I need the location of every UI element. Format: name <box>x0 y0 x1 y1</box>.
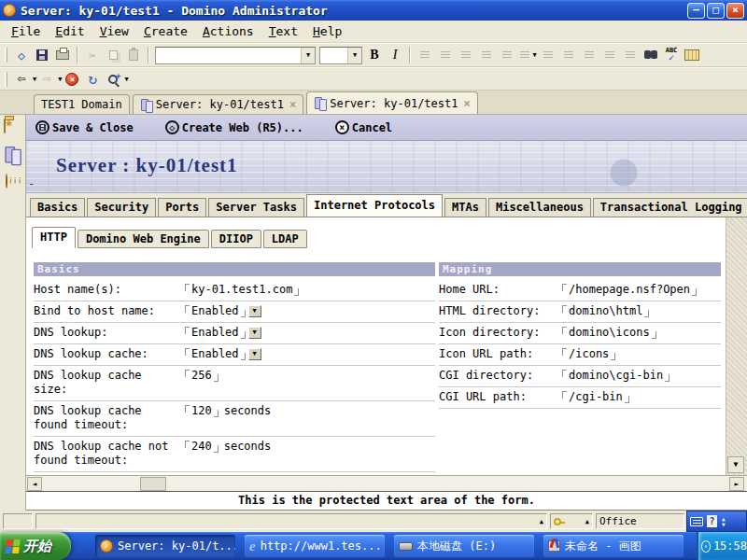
properties-icon[interactable]: ◇ <box>12 46 31 64</box>
back-icon[interactable]: ⇦ <box>12 70 31 89</box>
language-bar-options-icon[interactable]: ▲▼ <box>722 516 726 527</box>
forward-history-chevron-icon[interactable]: ▼ <box>58 76 62 83</box>
icon-url-path-field[interactable]: /icons <box>569 347 609 361</box>
groups-icon[interactable] <box>6 174 7 189</box>
bold-icon[interactable]: B <box>365 46 384 64</box>
tab-transactional-logging[interactable]: Transactional Logging <box>593 198 747 217</box>
tab-ldap[interactable]: LDAP <box>263 230 307 248</box>
tab-server-tasks[interactable]: Server Tasks <box>208 198 304 217</box>
import-icon[interactable] <box>621 46 640 64</box>
tab-miscellaneous[interactable]: Miscellaneous <box>488 198 591 217</box>
cache-not-found-timeout-field[interactable]: 240 <box>191 440 212 454</box>
tab-test1-domain[interactable]: TEST1 Domain <box>34 94 130 114</box>
cgi-url-path-field[interactable]: /cgi-bin <box>569 390 623 404</box>
tab-server-document-2[interactable]: Server: ky-01/test1 × <box>306 91 478 114</box>
search-icon[interactable]: + <box>104 70 122 89</box>
scroll-left-button[interactable]: ◄ <box>27 477 42 491</box>
bullet-list-icon[interactable] <box>477 46 496 64</box>
clock[interactable]: 15:58 <box>713 539 747 553</box>
menu-actions[interactable]: Actions <box>195 22 261 40</box>
menu-text[interactable]: Text <box>261 22 305 40</box>
menu-create[interactable]: Create <box>136 22 195 40</box>
cancel-button[interactable]: × Cancel <box>335 120 392 134</box>
favorites-folder-icon[interactable]: ★ <box>4 119 6 133</box>
security-status-box[interactable]: ▲ <box>550 513 593 529</box>
print-icon[interactable] <box>53 46 72 64</box>
search-options-chevron-icon[interactable]: ▼ <box>124 76 128 83</box>
toolbar-grip[interactable] <box>5 72 7 87</box>
save-icon[interactable] <box>33 46 51 64</box>
forward-icon[interactable]: ⇨ <box>37 70 56 89</box>
close-tab-icon[interactable]: × <box>289 98 296 111</box>
cut-icon[interactable]: ✂ <box>83 46 102 64</box>
chevron-down-icon[interactable]: ▼ <box>301 48 315 63</box>
paste-icon[interactable] <box>124 46 143 64</box>
tab-security[interactable]: Security <box>87 198 156 217</box>
chevron-up-icon[interactable]: ▲ <box>585 518 589 525</box>
cgi-directory-field[interactable]: domino\cgi-bin <box>569 369 663 383</box>
ruler-icon[interactable] <box>683 46 701 64</box>
tab-http[interactable]: HTTP <box>32 227 76 248</box>
databases-icon[interactable] <box>4 147 21 163</box>
menu-edit[interactable]: Edit <box>48 22 92 40</box>
home-url-field[interactable]: /homepage.nsf?Open <box>569 283 690 297</box>
stop-icon[interactable]: × <box>63 70 81 89</box>
dns-lookup-field[interactable]: Enabled <box>191 326 239 340</box>
tab-basics[interactable]: Basics <box>30 198 85 217</box>
taskbar-item-browser[interactable]: e http://www1.tes... <box>245 535 385 557</box>
menu-help[interactable]: Help <box>305 22 349 40</box>
tab-ports[interactable]: Ports <box>158 198 206 217</box>
icon-directory-field[interactable]: domino\icons <box>569 326 650 340</box>
maximize-button[interactable]: □ <box>707 3 725 19</box>
taskbar-item-local-disk[interactable]: 本地磁盘 (E:) <box>394 535 534 557</box>
taskbar-item-paint[interactable]: 未命名 - 画图 <box>543 535 684 557</box>
html-directory-field[interactable]: domino\html <box>569 304 642 318</box>
status-message-box[interactable]: ▲ <box>35 513 547 529</box>
tab-server-document-1[interactable]: Server: ky-01/test1 × <box>133 94 304 114</box>
tab-mtas[interactable]: MTAs <box>444 198 486 217</box>
dns-lookup-cache-field[interactable]: Enabled <box>191 347 239 361</box>
size-combo[interactable]: ▼ <box>319 47 362 64</box>
keyboard-icon[interactable] <box>690 517 703 526</box>
text-properties-icon[interactable] <box>559 46 578 64</box>
spellcheck-icon[interactable]: ABC✓ <box>662 46 681 64</box>
font-combo[interactable]: ▼ <box>155 47 316 64</box>
section-twistie[interactable]: - <box>28 177 35 190</box>
create-web-button[interactable]: ◇ Create Web (R5)... <box>165 120 303 134</box>
find-icon[interactable] <box>641 46 660 64</box>
back-history-chevron-icon[interactable]: ▼ <box>33 76 36 83</box>
tray-chevron-icon[interactable]: ‹ <box>701 540 711 553</box>
scroll-down-button[interactable]: ▼ <box>727 456 744 473</box>
taskbar-item-domino[interactable]: ✓ Server: ky-01/t... <box>95 535 235 557</box>
dropdown-button[interactable]: ▼ <box>248 327 261 339</box>
tab-internet-protocols[interactable]: Internet Protocols <box>306 194 443 217</box>
start-button[interactable]: 开始 <box>0 532 71 560</box>
horizontal-scrollbar[interactable]: ◄ ► <box>26 475 747 492</box>
minimize-button[interactable]: – <box>687 3 705 19</box>
scroll-right-button[interactable]: ► <box>729 477 744 491</box>
toolbar-grip[interactable] <box>5 48 7 63</box>
tab-diiop[interactable]: DIIOP <box>211 230 261 248</box>
host-names-field[interactable]: ky-01.test1.com <box>191 283 292 297</box>
close-button[interactable]: × <box>726 3 744 19</box>
outdent-icon[interactable] <box>457 46 475 64</box>
alignment-icon[interactable]: ▼ <box>518 46 537 64</box>
paragraph-spacing-icon[interactable] <box>539 46 557 64</box>
menu-view[interactable]: View <box>92 22 136 40</box>
copy-icon[interactable] <box>104 46 122 64</box>
location-box[interactable]: Office <box>596 513 684 529</box>
attach-icon[interactable] <box>600 46 619 64</box>
chevron-up-icon[interactable]: ▲ <box>540 518 543 525</box>
save-close-button[interactable]: Save & Close <box>35 120 134 134</box>
italic-icon[interactable]: I <box>386 46 404 64</box>
cache-found-timeout-field[interactable]: 120 <box>191 404 212 418</box>
chevron-down-icon[interactable]: ▼ <box>532 51 536 59</box>
help-icon[interactable]: ? <box>707 515 717 527</box>
tab-domino-web-engine[interactable]: Domino Web Engine <box>78 230 209 248</box>
scrollbar-thumb[interactable] <box>140 477 166 491</box>
cache-size-field[interactable]: 256 <box>191 369 212 383</box>
close-tab-icon[interactable]: × <box>464 97 471 110</box>
indent-icon[interactable] <box>436 46 455 64</box>
refresh-icon[interactable]: ↻ <box>83 70 102 89</box>
dropdown-button[interactable]: ▼ <box>248 305 261 317</box>
